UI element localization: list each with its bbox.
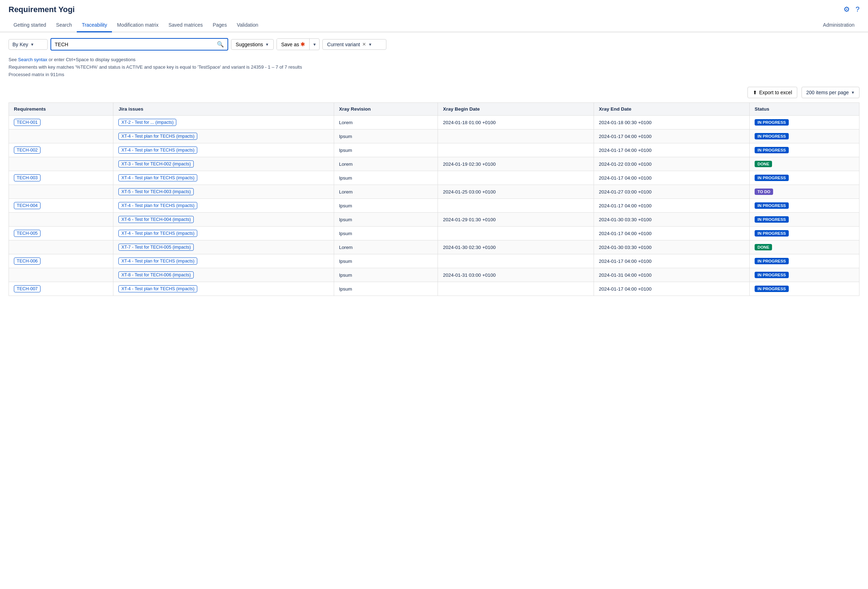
jira-issue-link[interactable]: XT-4 - Test plan for TECHS (impacts) <box>118 285 197 292</box>
jira-issue-link[interactable]: XT-3 - Test for TECH-002 (impacts) <box>118 160 193 167</box>
info-text: See Search syntax or enter Ctrl+Space to… <box>0 56 868 83</box>
status-cell: IN PROGRESS <box>750 171 859 185</box>
help-icon[interactable]: ? <box>856 5 859 13</box>
jira-issue-link[interactable]: XT-5 - Test for TECH-003 (impacts) <box>118 188 193 195</box>
jira-issue-cell: XT-8 - Test for TECH-006 (impacts) <box>114 268 334 282</box>
status-cell: DONE <box>750 157 859 171</box>
app-title: Requirement Yogi <box>9 5 75 14</box>
req-badge[interactable]: TECH-006 <box>14 258 40 265</box>
xray-end-date-cell: 2024-01-27 03:00 +0100 <box>593 185 749 199</box>
search-icon[interactable]: 🔍 <box>217 41 224 48</box>
xray-begin-date-cell <box>438 282 593 296</box>
xray-end-date-cell: 2024-01-17 04:00 +0100 <box>593 226 749 240</box>
search-input-wrap: 🔍 <box>50 38 228 50</box>
status-badge: IN PROGRESS <box>754 286 789 292</box>
xray-begin-date-cell: 2024-01-25 03:00 +0100 <box>438 185 593 199</box>
status-badge: IN PROGRESS <box>754 203 789 209</box>
suggestions-chevron-icon: ▼ <box>265 42 269 47</box>
jira-issue-link[interactable]: XT-8 - Test for TECH-006 (impacts) <box>118 271 193 278</box>
variant-clear-icon[interactable]: ✕ <box>362 41 366 47</box>
jira-issue-link[interactable]: XT-4 - Test plan for TECHS (impacts) <box>118 230 197 237</box>
per-page-selector[interactable]: 200 items per page ▼ <box>802 87 859 98</box>
per-page-label: 200 items per page <box>806 90 849 95</box>
jira-issue-cell: XT-4 - Test plan for TECHS (impacts) <box>114 254 334 268</box>
table-row: TECH-002XT-4 - Test plan for TECHS (impa… <box>9 144 859 157</box>
xray-begin-date-cell: 2024-01-29 01:30 +0100 <box>438 213 593 226</box>
req-badge[interactable]: TECH-003 <box>14 174 40 181</box>
nav-validation[interactable]: Validation <box>232 18 263 33</box>
nav-saved-matrices[interactable]: Saved matrices <box>164 18 208 33</box>
nav-modification-matrix[interactable]: Modification matrix <box>112 18 164 33</box>
req-cell <box>9 213 114 226</box>
status-cell: IN PROGRESS <box>750 199 859 213</box>
xray-end-date-cell: 2024-01-30 03:30 +0100 <box>593 240 749 254</box>
req-badge[interactable]: TECH-007 <box>14 285 40 292</box>
xray-begin-date-cell <box>438 254 593 268</box>
xray-begin-date-cell: 2024-01-31 03:00 +0100 <box>438 268 593 282</box>
save-as-button[interactable]: Save as ✱ <box>277 39 310 50</box>
xray-revision-cell: Ipsum <box>334 282 438 296</box>
req-cell <box>9 240 114 254</box>
jira-issue-cell: XT-4 - Test plan for TECHS (impacts) <box>114 282 334 296</box>
req-badge[interactable]: TECH-001 <box>14 119 40 126</box>
jira-issue-link[interactable]: XT-4 - Test plan for TECHS (impacts) <box>118 202 197 209</box>
export-icon: ⬆ <box>753 90 757 95</box>
xray-end-date-cell: 2024-01-22 03:00 +0100 <box>593 157 749 171</box>
jira-issue-link[interactable]: XT-4 - Test plan for TECHS (impacts) <box>118 133 197 140</box>
req-badge[interactable]: TECH-002 <box>14 147 40 154</box>
search-by-dropdown[interactable]: By Key ▼ <box>9 39 48 50</box>
status-badge: IN PROGRESS <box>754 147 789 153</box>
status-badge: IN PROGRESS <box>754 258 789 264</box>
xray-revision-cell: Lorem <box>334 157 438 171</box>
jira-issue-link[interactable]: XT-4 - Test plan for TECHS (impacts) <box>118 174 197 181</box>
status-badge: IN PROGRESS <box>754 272 789 278</box>
req-cell: TECH-001 <box>9 115 114 129</box>
xray-revision-cell: Ipsum <box>334 129 438 144</box>
variant-selector[interactable]: Current variant ✕ ▼ <box>322 39 386 50</box>
req-cell: TECH-007 <box>9 282 114 296</box>
search-bar: By Key ▼ 🔍 Suggestions ▼ Save as ✱ ▼ Cur… <box>0 33 868 56</box>
req-cell: TECH-003 <box>9 171 114 185</box>
suggestions-button[interactable]: Suggestions ▼ <box>231 39 274 50</box>
search-input[interactable] <box>55 41 217 47</box>
status-cell: IN PROGRESS <box>750 282 859 296</box>
status-cell: DONE <box>750 240 859 254</box>
status-cell: IN PROGRESS <box>750 254 859 268</box>
nav-getting-started[interactable]: Getting started <box>9 18 51 33</box>
nav-administration[interactable]: Administration <box>818 18 859 33</box>
settings-icon[interactable]: ⚙ <box>843 5 850 13</box>
xray-begin-date-cell <box>438 199 593 213</box>
table-row: XT-3 - Test for TECH-002 (impacts)Lorem2… <box>9 157 859 171</box>
main-nav: Getting started Search Traceability Modi… <box>0 18 868 33</box>
status-cell: TO DO <box>750 185 859 199</box>
jira-issue-link[interactable]: XT-6 - Test for TECH-004 (impacts) <box>118 216 193 223</box>
req-badge[interactable]: TECH-004 <box>14 202 40 209</box>
xray-revision-cell: Ipsum <box>334 254 438 268</box>
status-cell: IN PROGRESS <box>750 115 859 129</box>
save-as-dropdown-button[interactable]: ▼ <box>310 40 319 49</box>
search-syntax-link[interactable]: Search syntax <box>18 57 47 62</box>
jira-issue-link[interactable]: XT-4 - Test plan for TECHS (impacts) <box>118 258 197 265</box>
req-cell: TECH-006 <box>9 254 114 268</box>
status-cell: IN PROGRESS <box>750 129 859 144</box>
status-cell: IN PROGRESS <box>750 268 859 282</box>
xray-revision-cell: Ipsum <box>334 171 438 185</box>
jira-issue-cell: XT-4 - Test plan for TECHS (impacts) <box>114 199 334 213</box>
nav-search[interactable]: Search <box>51 18 77 33</box>
status-cell: IN PROGRESS <box>750 144 859 157</box>
nav-traceability[interactable]: Traceability <box>77 18 112 33</box>
nav-pages[interactable]: Pages <box>208 18 232 33</box>
export-to-excel-button[interactable]: ⬆ Export to excel <box>747 87 798 98</box>
col-header-xray-end-date: Xray End Date <box>593 103 749 115</box>
per-page-chevron-icon: ▼ <box>851 90 855 95</box>
table-row: XT-4 - Test plan for TECHS (impacts)Ipsu… <box>9 129 859 144</box>
jira-issue-link[interactable]: XT-4 - Test plan for TECHS (impacts) <box>118 147 197 154</box>
req-badge[interactable]: TECH-005 <box>14 230 40 237</box>
table-row: XT-7 - Test for TECH-005 (impacts)Lorem2… <box>9 240 859 254</box>
jira-issue-link[interactable]: XT-7 - Test for TECH-005 (impacts) <box>118 244 193 251</box>
xray-revision-cell: Ipsum <box>334 199 438 213</box>
info-line3: Processed matrix in 911ms <box>9 71 859 78</box>
jira-issue-link[interactable]: XT-2 - Test for ... (impacts) <box>118 119 176 126</box>
req-cell: TECH-002 <box>9 144 114 157</box>
jira-issue-cell: XT-4 - Test plan for TECHS (impacts) <box>114 144 334 157</box>
